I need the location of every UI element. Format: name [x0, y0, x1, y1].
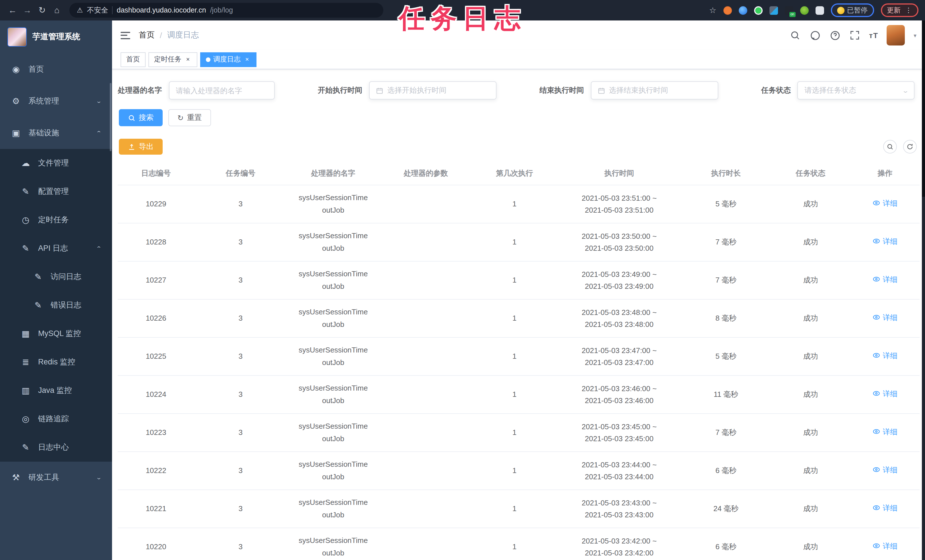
export-button[interactable]: 导出 — [119, 139, 163, 155]
job-id-cell: 3 — [194, 185, 287, 223]
search-button[interactable]: 搜索 — [119, 109, 163, 126]
extension-puzzle-icon[interactable] — [815, 6, 824, 15]
sidebar-item-系统管理[interactable]: ⚙系统管理⌄ — [0, 85, 112, 117]
detail-link[interactable]: 详细 — [873, 312, 898, 324]
reset-button[interactable]: ↻ 重置 — [168, 109, 211, 126]
sidebar-item-Java-监控[interactable]: ▥Java 监控 — [0, 376, 112, 405]
handler-name-input[interactable] — [169, 81, 275, 99]
log-id-cell: 10220 — [118, 528, 194, 560]
detail-link[interactable]: 详细 — [873, 426, 898, 438]
sidebar-item-label: 配置管理 — [38, 187, 69, 197]
end-time: 2021-05-03 23:42:00 — [557, 546, 682, 558]
date-picker-input[interactable]: 选择开始执行时间 — [369, 81, 497, 99]
extension-onetab-icon[interactable]: on — [785, 6, 793, 15]
detail-link[interactable]: 详细 — [873, 502, 898, 514]
duration-cell: 7 毫秒 — [682, 413, 770, 452]
sidebar-item-链路追踪[interactable]: ◎链路追踪 — [0, 405, 112, 433]
tag-view-首页[interactable]: 首页 — [121, 52, 146, 67]
duration-cell: 6 毫秒 — [682, 452, 770, 489]
detail-link[interactable]: 详细 — [873, 388, 898, 400]
sidebar-item-文件管理[interactable]: ☁文件管理 — [0, 149, 112, 178]
close-tag-icon[interactable]: × — [243, 56, 251, 63]
sidebar-item-基础设施[interactable]: ▣基础设施⌃ — [0, 117, 112, 149]
tag-view-调度日志[interactable]: 调度日志× — [200, 52, 256, 67]
github-icon[interactable] — [809, 30, 821, 41]
browser-reload-icon[interactable]: ↻ — [36, 4, 48, 17]
browser-home-icon[interactable]: ⌂ — [51, 4, 63, 17]
detail-link-label: 详细 — [883, 388, 898, 400]
sidebar-item-定时任务[interactable]: ◷定时任务 — [0, 206, 112, 234]
help-icon[interactable] — [829, 30, 841, 41]
extension-green-v-icon[interactable] — [754, 6, 762, 15]
fullscreen-icon[interactable] — [849, 30, 860, 41]
font-size-icon[interactable]: тT — [869, 31, 878, 39]
sidebar-item-Redis-监控[interactable]: ≣Redis 监控 — [0, 348, 112, 376]
detail-link[interactable]: 详细 — [873, 540, 898, 552]
sidebar-item-API-日志[interactable]: ✎API 日志⌃ — [0, 234, 112, 263]
handler-name: sysUserSessionTimeoutJob — [297, 191, 369, 216]
execute-index-cell: 1 — [472, 413, 556, 452]
address-bar[interactable]: ⚠ 不安全 dashboard.yudao.iocoder.cn/job/log — [69, 3, 383, 18]
extension-grid-icon[interactable] — [769, 6, 778, 15]
browser-forward-icon[interactable]: → — [22, 4, 33, 17]
sidebar-scrollbar[interactable] — [110, 83, 111, 151]
chevron-down-icon: ⌄ — [96, 98, 102, 104]
browser-menu-icon[interactable]: ⋮ — [905, 6, 912, 14]
sidebar-item-首页[interactable]: ◉首页 — [0, 53, 112, 85]
tag-view-定时任务[interactable]: 定时任务× — [148, 52, 197, 67]
table-row: 102203sysUserSessionTimeoutJob12021-05-0… — [118, 528, 919, 560]
mysql-monitor-icon: ▦ — [21, 329, 31, 339]
sidebar-item-日志中心[interactable]: ✎日志中心 — [0, 433, 112, 462]
hamburger-icon[interactable] — [121, 32, 130, 39]
action-cell: 详细 — [851, 528, 919, 560]
browser-back-icon[interactable]: ← — [7, 4, 18, 17]
execute-time-cell: 2021-05-03 23:46:00 ~2021-05-03 23:46:00 — [557, 375, 682, 413]
refresh-table-icon[interactable] — [903, 140, 916, 154]
error-log-icon: ✎ — [33, 300, 43, 310]
eye-icon — [873, 237, 881, 245]
detail-link-label: 详细 — [883, 235, 898, 247]
sidebar-item-错误日志[interactable]: ✎错误日志 — [0, 291, 112, 319]
extension-sprout-icon[interactable] — [800, 6, 808, 15]
extension-lighthouse-icon[interactable] — [738, 6, 747, 15]
toggle-search-icon[interactable] — [883, 140, 896, 154]
chevron-up-icon: ⌃ — [96, 245, 102, 251]
detail-link[interactable]: 详细 — [873, 197, 898, 209]
execute-index-cell: 1 — [472, 528, 556, 560]
user-menu-caret-icon[interactable]: ▾ — [914, 32, 916, 38]
text-input[interactable] — [176, 86, 268, 95]
table-row: 102273sysUserSessionTimeoutJob12021-05-0… — [118, 261, 919, 299]
table-row: 102213sysUserSessionTimeoutJob12021-05-0… — [118, 489, 919, 528]
breadcrumb-home[interactable]: 首页 — [139, 30, 155, 41]
sidebar-logo-row[interactable]: 芋道管理系统 — [0, 21, 112, 53]
log-id-cell: 10227 — [118, 261, 194, 299]
page-scrollbar-thumb[interactable] — [922, 21, 925, 197]
sidebar-item-MySQL-监控[interactable]: ▦MySQL 监控 — [0, 319, 112, 348]
begin-time: 2021-05-03 23:50:00 ~ — [557, 230, 682, 242]
detail-link[interactable]: 详细 — [873, 464, 898, 476]
calendar-icon — [376, 87, 383, 94]
action-cell: 详细 — [851, 413, 919, 452]
page-scrollbar[interactable] — [922, 21, 925, 560]
extension-ublock-icon[interactable] — [723, 6, 732, 15]
sidebar-item-访问日志[interactable]: ✎访问日志 — [0, 263, 112, 291]
close-tag-icon[interactable]: × — [184, 56, 192, 63]
sidebar-item-配置管理[interactable]: ✎配置管理 — [0, 178, 112, 206]
search-icon[interactable] — [789, 30, 801, 41]
begin-time: 2021-05-03 23:46:00 ~ — [557, 382, 682, 394]
user-avatar[interactable] — [887, 25, 905, 45]
detail-link[interactable]: 详细 — [873, 350, 898, 361]
detail-link[interactable]: 详细 — [873, 235, 898, 247]
config-edit-icon: ✎ — [21, 187, 31, 197]
sidebar-item-label: 系统管理 — [29, 96, 59, 106]
update-badge[interactable]: 更新 ⋮ — [881, 3, 918, 17]
detail-link[interactable]: 详细 — [873, 274, 898, 285]
sidebar-item-研发工具[interactable]: ⚒研发工具⌄ — [0, 462, 112, 494]
bookmark-star-icon[interactable]: ☆ — [709, 6, 716, 15]
paused-badge[interactable]: 已暂停 — [831, 3, 874, 17]
job-id-cell: 3 — [194, 452, 287, 489]
execute-time-cell: 2021-05-03 23:51:00 ~2021-05-03 23:51:00 — [557, 185, 682, 223]
log-id-cell: 10226 — [118, 299, 194, 337]
job-status-select[interactable]: 请选择任务状态⌄ — [798, 81, 915, 99]
date-picker-input[interactable]: 选择结束执行时间 — [591, 81, 718, 99]
